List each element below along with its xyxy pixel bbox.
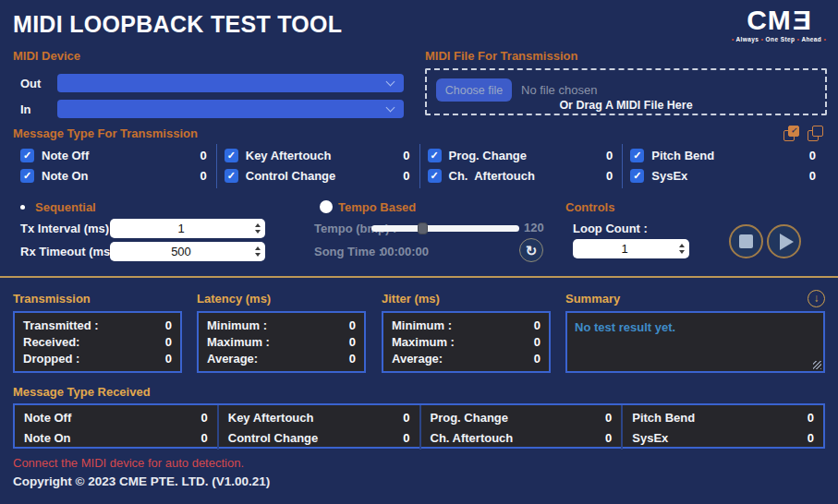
reset-icon[interactable]: ↻ — [519, 238, 543, 262]
drag-file-hint: Or Drag A MIDI File Here — [427, 99, 825, 112]
copyright-text: Copyright © 2023 CME PTE. LTD. (V1.00.21… — [13, 474, 270, 488]
received-cell: Key Aftertouch0 — [228, 407, 410, 427]
section-divider — [0, 276, 838, 278]
jitter-heading: Jitter (ms) — [382, 292, 440, 306]
transmission-column: ✓Note Off0 ✓Note On0 — [13, 144, 216, 188]
transmission-column: ✓Key Aftertouch0 ✓Control Change0 — [216, 144, 419, 188]
loop-count-input[interactable] — [573, 239, 689, 258]
slider-track — [371, 225, 519, 232]
jitter-panel: Minimum :0 Maximum :0 Average:0 — [382, 311, 551, 373]
rx-timeout-field — [110, 242, 265, 261]
summary-textarea[interactable]: No test result yet. — [565, 311, 825, 373]
stop-icon — [739, 234, 753, 248]
stat-row: Average:0 — [207, 352, 356, 366]
midi-file-heading: MIDI File For Transmission — [425, 49, 577, 63]
song-time-value: 00:00:00 — [381, 245, 429, 258]
app-window: MIDI LOOPBACK TEST TOOL CME • Always • O… — [0, 0, 838, 504]
note-on-checkbox[interactable]: ✓ — [20, 169, 34, 183]
stepper-icon[interactable] — [679, 239, 685, 258]
loop-count-field — [573, 239, 689, 258]
tempo-based-radio[interactable] — [320, 200, 333, 213]
cme-logo-tagline: • Always • One Step • Ahead • — [729, 36, 829, 42]
stat-row: Maximum :0 — [392, 335, 540, 349]
latency-heading: Latency (ms) — [197, 292, 271, 306]
detection-notice: Connect the MIDI device for auto detecti… — [13, 456, 244, 470]
stepper-icon[interactable] — [255, 242, 261, 261]
play-button[interactable] — [767, 224, 801, 258]
stat-row: Dropped :0 — [23, 352, 172, 366]
key-aftertouch-item: ✓Key Aftertouch0 — [225, 145, 419, 165]
stat-row: Minimum :0 — [207, 318, 356, 332]
received-cell: Pitch Bend0 — [632, 407, 814, 427]
sysex-checkbox[interactable]: ✓ — [630, 169, 644, 183]
chevron-down-icon — [386, 78, 395, 87]
midi-in-select[interactable] — [57, 100, 404, 118]
message-type-received-heading: Message Type Received — [13, 385, 151, 399]
rx-timeout-input[interactable] — [110, 242, 265, 261]
prog-change-checkbox[interactable]: ✓ — [428, 149, 442, 162]
received-table: Note Off0 Note On0 Key Aftertouch0 Contr… — [13, 403, 825, 449]
cme-logo-letters: CME — [729, 6, 829, 35]
received-column: Key Aftertouch0 Control Change0 — [217, 405, 419, 450]
pitch-bend-item: ✓Pitch Bend0 — [630, 145, 825, 165]
play-icon — [780, 234, 794, 250]
received-column: Pitch Bend0 SysEx0 — [621, 405, 823, 450]
page-title: MIDI LOOPBACK TEST TOOL — [13, 11, 342, 38]
midi-in-label: In — [20, 102, 31, 116]
tempo-based-label: Tempo Based — [338, 200, 416, 214]
transmission-type-grid: ✓Note Off0 ✓Note On0 ✓Key Aftertouch0 ✓C… — [13, 144, 825, 188]
midi-out-select[interactable] — [57, 74, 404, 92]
stat-row: Transmitted :0 — [23, 318, 172, 332]
received-cell: Note On0 — [24, 427, 208, 448]
rx-timeout-label: Rx Timeout (ms) : — [20, 245, 122, 258]
received-cell: SysEx0 — [632, 427, 814, 448]
message-type-transmission-heading: Message Type For Transmission — [13, 126, 198, 140]
control-change-item: ✓Control Change0 — [225, 165, 419, 186]
latency-panel: Minimum :0 Maximum :0 Average:0 — [197, 311, 366, 373]
stat-row: Minimum :0 — [392, 318, 540, 332]
note-off-item: ✓Note Off0 — [20, 145, 216, 165]
ch-aftertouch-checkbox[interactable]: ✓ — [428, 169, 442, 183]
summary-heading: Summary — [565, 292, 620, 306]
chevron-down-icon — [386, 103, 395, 113]
received-column: Note Off0 Note On0 — [15, 405, 217, 450]
deselect-all-icon[interactable] — [808, 126, 823, 141]
select-all-icon[interactable]: ✓ — [783, 126, 799, 141]
transmission-heading: Transmission — [13, 292, 91, 306]
stat-row: Average:0 — [392, 352, 540, 366]
transmission-panel: Transmitted :0 Received:0 Dropped :0 — [13, 311, 182, 373]
received-cell: Note Off0 — [24, 407, 208, 427]
stat-row: Maximum :0 — [207, 335, 356, 349]
download-report-icon[interactable]: ↓ — [808, 290, 825, 307]
stepper-icon[interactable] — [255, 219, 261, 238]
controls-heading: Controls — [565, 200, 614, 214]
received-cell: Control Change0 — [228, 427, 410, 448]
transmission-column: ✓Pitch Bend0 ✓SysEx0 — [622, 144, 825, 188]
sequential-label: Sequential — [35, 200, 96, 214]
control-change-checkbox[interactable]: ✓ — [225, 169, 238, 183]
stop-button[interactable] — [729, 224, 763, 258]
song-time-label: Song Time : — [314, 245, 383, 258]
key-aftertouch-checkbox[interactable]: ✓ — [225, 149, 238, 162]
received-column: Prog. Change0 Ch. Aftertouch0 — [419, 405, 622, 450]
received-cell: Prog. Change0 — [431, 407, 613, 427]
sysex-item: ✓SysEx0 — [630, 165, 825, 186]
midi-device-heading: MIDI Device — [13, 49, 80, 63]
ch-aftertouch-item: ✓Ch. Aftertouch0 — [428, 165, 623, 186]
note-off-checkbox[interactable]: ✓ — [20, 149, 34, 162]
pitch-bend-checkbox[interactable]: ✓ — [630, 149, 644, 162]
slider-thumb[interactable] — [418, 222, 428, 234]
stat-row: Received:0 — [23, 335, 172, 349]
tempo-value: 120 — [524, 221, 544, 234]
note-on-item: ✓Note On0 — [20, 165, 216, 186]
received-cell: Ch. Aftertouch0 — [431, 427, 613, 448]
resize-handle-icon[interactable] — [813, 361, 821, 369]
tx-interval-label: Tx Interval (ms) : — [20, 222, 116, 235]
tempo-slider[interactable] — [371, 222, 519, 234]
prog-change-item: ✓Prog. Change0 — [428, 145, 623, 165]
cme-logo: CME • Always • One Step • Ahead • — [729, 6, 829, 42]
loop-count-label: Loop Count : — [573, 222, 648, 235]
tx-interval-field — [110, 219, 265, 238]
tx-interval-input[interactable] — [110, 219, 265, 238]
midi-file-dropzone[interactable]: Choose file No file chosen Or Drag A MID… — [425, 68, 827, 115]
